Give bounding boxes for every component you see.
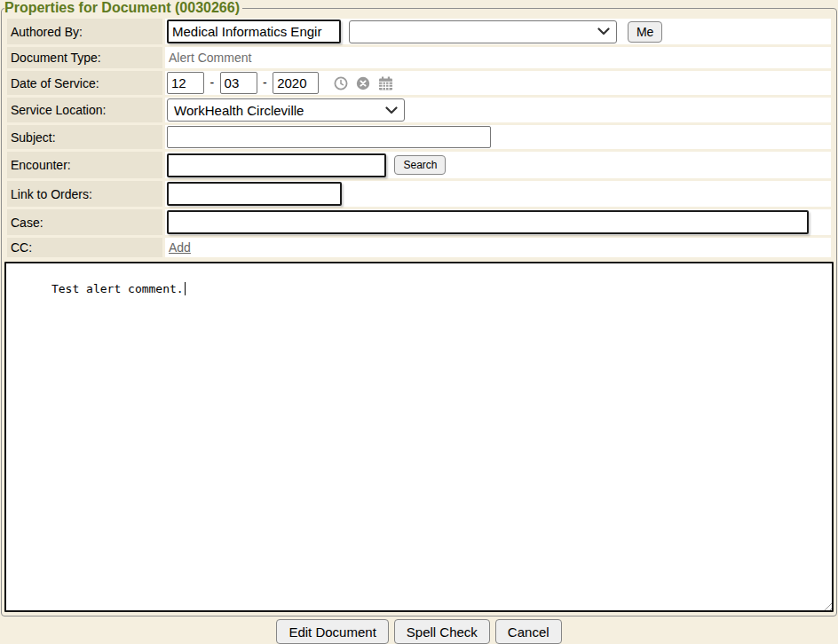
document-body-text: Test alert comment. <box>51 282 184 295</box>
encounter-label: Encounter: <box>7 152 162 178</box>
date-separator: - <box>263 75 267 90</box>
date-of-service-label: Date of Service: <box>7 71 162 95</box>
resize-grip-icon[interactable] <box>821 600 832 610</box>
properties-table: Authored By: Me Document Type: Alert Com… <box>4 16 834 260</box>
case-label: Case: <box>7 209 162 235</box>
document-properties-page: Properties for Document (0030266) Author… <box>0 0 838 644</box>
cc-label: CC: <box>7 238 162 257</box>
date-separator: - <box>210 75 214 90</box>
date-month-input[interactable] <box>167 72 204 94</box>
properties-fieldset: Properties for Document (0030266) Author… <box>1 0 837 617</box>
row-service-location: Service Location: WorkHealth Circleville <box>7 98 831 122</box>
row-encounter: Encounter: Search <box>7 152 831 178</box>
page-title: Properties for Document (0030266) <box>4 0 242 16</box>
service-location-select[interactable]: WorkHealth Circleville <box>167 98 405 122</box>
row-link-to-orders: Link to Orders: <box>7 181 831 207</box>
authored-by-label: Authored By: <box>7 19 162 44</box>
cc-add-link[interactable]: Add <box>167 240 191 255</box>
case-input[interactable] <box>167 210 809 234</box>
date-day-input[interactable] <box>220 72 257 94</box>
row-authored-by: Authored By: Me <box>7 19 831 44</box>
chevron-down-icon <box>597 27 610 35</box>
spell-check-button[interactable]: Spell Check <box>394 619 490 644</box>
service-location-select-value: WorkHealth Circleville <box>174 103 304 118</box>
me-button[interactable]: Me <box>628 21 662 43</box>
row-subject: Subject: <box>7 125 831 149</box>
footer-button-bar: Edit Document Spell Check Cancel <box>0 619 838 644</box>
subject-input[interactable] <box>167 126 491 148</box>
chevron-down-icon <box>385 106 398 114</box>
row-document-type: Document Type: Alert Comment <box>7 47 831 68</box>
document-type-value: Alert Comment <box>167 51 251 65</box>
edit-document-button[interactable]: Edit Document <box>276 619 388 644</box>
link-to-orders-label: Link to Orders: <box>7 181 162 207</box>
encounter-input[interactable] <box>167 153 386 177</box>
authored-by-select[interactable] <box>349 20 617 43</box>
date-icon-group <box>334 76 393 90</box>
document-body-editor[interactable]: Test alert comment. <box>4 262 834 612</box>
date-year-input[interactable] <box>273 72 319 94</box>
link-to-orders-input[interactable] <box>167 182 342 206</box>
row-date-of-service: Date of Service: - - <box>7 71 831 95</box>
row-case: Case: <box>7 209 831 235</box>
service-location-label: Service Location: <box>7 98 162 122</box>
subject-label: Subject: <box>7 125 162 149</box>
authored-by-input[interactable] <box>167 20 341 43</box>
cancel-button[interactable]: Cancel <box>495 619 562 644</box>
clear-icon[interactable] <box>356 76 370 90</box>
row-cc: CC: Add <box>7 238 831 257</box>
search-button[interactable]: Search <box>394 155 446 175</box>
text-caret <box>185 282 186 295</box>
document-type-label: Document Type: <box>7 47 162 68</box>
clock-icon[interactable] <box>334 76 348 90</box>
calendar-icon[interactable] <box>378 76 393 90</box>
